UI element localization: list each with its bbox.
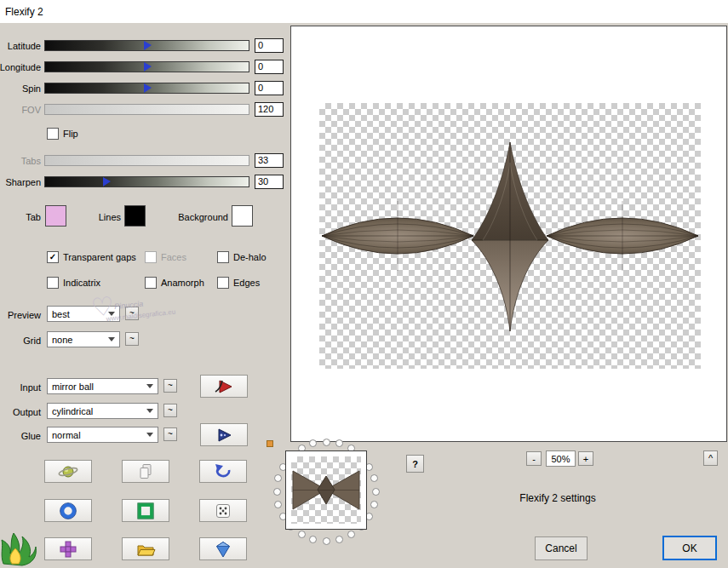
input-dropdown-label: Input (0, 382, 41, 393)
tabs-value[interactable]: 33 (255, 153, 284, 168)
latitude-label: Latitude (0, 40, 41, 52)
glue-action-button[interactable] (200, 423, 248, 446)
flame-logo-icon (0, 531, 37, 567)
thumbnail-box[interactable] (285, 450, 367, 530)
checkbox-label: Transparent gaps (63, 252, 136, 262)
titlebar: Flexify 2 (0, 0, 728, 23)
checkbox-anamorph[interactable]: Anamorph (145, 277, 204, 289)
planet-button[interactable] (44, 460, 92, 483)
grid-cycle-button[interactable]: ~ (125, 332, 139, 346)
green-frame-icon (135, 501, 156, 521)
grid-dropdown-label: Grid (0, 335, 41, 347)
flip-checkbox[interactable]: Flip (47, 128, 78, 140)
copy-button[interactable] (122, 460, 169, 483)
thumbnail-canvas (291, 456, 361, 524)
fov-value[interactable]: 120 (255, 102, 284, 117)
checkbox-de-halo[interactable]: De-halo (217, 251, 267, 263)
thumbnail-render (291, 456, 361, 524)
spin-slider[interactable] (44, 83, 249, 94)
chevron-down-icon (146, 409, 153, 413)
sharpen-slider[interactable] (44, 176, 249, 187)
zoom-in-button[interactable]: + (578, 451, 593, 466)
dial-dot (323, 439, 330, 446)
tab-color-swatch[interactable] (45, 205, 66, 227)
lines-color-swatch[interactable] (124, 205, 146, 227)
checkbox-box[interactable] (217, 251, 229, 263)
blue-ring-icon (58, 501, 78, 521)
preview-dropdown-label: Preview (0, 309, 41, 321)
checkbox-box[interactable]: ✓ (47, 251, 59, 263)
chevron-down-icon (108, 312, 115, 316)
preview-dropdown[interactable]: best (47, 306, 120, 322)
window-title: Flexify 2 (5, 6, 43, 18)
dial-marker[interactable] (267, 440, 273, 447)
sharpen-slider-thumb[interactable] (103, 177, 111, 186)
preview-panel[interactable] (290, 26, 727, 442)
input-cycle-button[interactable]: ~ (163, 379, 177, 393)
input-dropdown[interactable]: mirror ball (47, 378, 158, 394)
fov-row: FOV 120 (0, 102, 289, 118)
glue-dropdown-value: normal (52, 430, 146, 440)
zoom-out-button[interactable]: - (526, 451, 542, 466)
longitude-slider[interactable] (44, 61, 249, 72)
latitude-slider[interactable] (44, 40, 249, 51)
glue-dropdown[interactable]: normal (47, 427, 158, 443)
glue-cycle-button[interactable]: ~ (163, 427, 177, 441)
checkbox-edges[interactable]: Edges (217, 277, 260, 289)
checkbox-box[interactable] (145, 277, 157, 289)
output-dropdown[interactable]: cylindrical (47, 403, 158, 419)
grid-dropdown[interactable]: none (47, 331, 120, 347)
latitude-value[interactable]: 0 (255, 38, 284, 53)
output-cycle-button[interactable]: ~ (163, 404, 177, 417)
flexify-dialog: Flexify 2 Latitude 0 Longitude 0 Spin 0 … (0, 0, 728, 568)
glue-dropdown-label: Glue (0, 430, 41, 442)
input-dropdown-value: mirror ball (52, 382, 146, 392)
sharpen-row: Sharpen 30 (0, 175, 289, 190)
checkbox-indicatrix[interactable]: Indicatrix (47, 277, 100, 289)
background-color-swatch[interactable] (232, 205, 253, 227)
input-action-button[interactable] (200, 375, 248, 398)
dice-icon (213, 501, 233, 521)
flip-checkbox-box[interactable] (47, 128, 59, 140)
preview-cycle-button[interactable]: ~ (125, 307, 139, 320)
latitude-slider-thumb[interactable] (144, 41, 152, 50)
chevron-down-icon (108, 337, 115, 341)
folder-button[interactable] (122, 537, 169, 560)
undo-button[interactable] (199, 460, 247, 483)
dial-dot (370, 501, 378, 508)
spin-value[interactable]: 0 (255, 81, 284, 95)
lines-color-label: Lines (80, 211, 121, 223)
frame-button[interactable] (122, 499, 169, 522)
folder-icon (135, 540, 156, 559)
preview-canvas[interactable] (319, 103, 701, 369)
ok-button[interactable]: OK (662, 536, 717, 560)
dice-button[interactable] (199, 499, 247, 522)
spin-row: Spin 0 (0, 81, 289, 96)
gem-button[interactable] (199, 537, 247, 560)
sharpen-value[interactable]: 30 (255, 175, 284, 189)
collapse-button[interactable]: ^ (703, 450, 718, 466)
help-button[interactable]: ? (406, 455, 424, 473)
dial-dot (335, 439, 343, 447)
checkbox-box[interactable] (47, 277, 59, 289)
cross-button[interactable] (44, 537, 92, 560)
ring-button[interactable] (44, 499, 92, 522)
spin-slider-thumb[interactable] (144, 83, 152, 93)
longitude-slider-thumb[interactable] (144, 62, 152, 72)
latitude-row: Latitude 0 (0, 38, 289, 54)
tabs-label: Tabs (0, 155, 41, 167)
background-color-label: Background (170, 211, 228, 223)
cancel-button[interactable]: Cancel (535, 536, 588, 560)
tabs-slider[interactable] (44, 155, 249, 166)
dial-dot (347, 531, 355, 538)
checkbox-box[interactable] (217, 277, 229, 289)
checkbox-box (145, 251, 157, 263)
fov-slider[interactable] (44, 104, 249, 115)
checkbox-label: Anamorph (161, 278, 204, 288)
checkbox-label: Edges (233, 278, 260, 288)
longitude-value[interactable]: 0 (255, 60, 284, 74)
longitude-row: Longitude 0 (0, 60, 289, 75)
checkbox-transparent-gaps[interactable]: ✓ Transparent gaps (47, 251, 136, 263)
dial-dot (309, 536, 317, 543)
copy-page-icon (136, 462, 155, 481)
